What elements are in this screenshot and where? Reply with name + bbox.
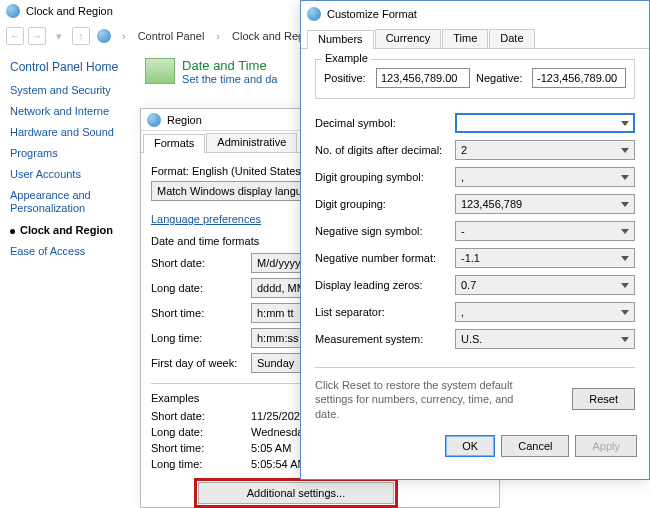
negative-format-label: Negative number format:	[315, 252, 455, 264]
short-time-label: Short time:	[151, 307, 251, 319]
additional-settings-button[interactable]: Additional settings...	[198, 482, 394, 504]
first-day-label: First day of week:	[151, 357, 251, 369]
short-date-label: Short date:	[151, 257, 251, 269]
reset-description: Click Reset to restore the system defaul…	[315, 378, 535, 421]
calendar-icon	[145, 58, 175, 84]
measurement-system-combo[interactable]: U.S.	[455, 329, 635, 349]
ex-short-date-value: 11/25/2020	[251, 410, 306, 422]
negative-format-combo[interactable]: -1.1	[455, 248, 635, 268]
long-time-label: Long time:	[151, 332, 251, 344]
ok-button[interactable]: OK	[445, 435, 495, 457]
back-icon[interactable]: ←	[6, 27, 24, 45]
long-date-label: Long date:	[151, 282, 251, 294]
negative-label: Negative:	[476, 72, 526, 84]
negative-sign-label: Negative sign symbol:	[315, 225, 455, 237]
sidebar: Control Panel Home System and Security N…	[0, 50, 125, 266]
positive-value: 123,456,789.00	[376, 68, 470, 88]
apply-button[interactable]: Apply	[575, 435, 637, 457]
ex-long-time-value: 5:05:54 AM	[251, 458, 307, 470]
sidebar-link-system[interactable]: System and Security	[10, 84, 125, 96]
tab-date[interactable]: Date	[489, 29, 534, 48]
sidebar-link-programs[interactable]: Programs	[10, 147, 125, 159]
tabs: Numbers Currency Time Date	[301, 27, 649, 49]
ex-long-time-label: Long time:	[151, 458, 251, 470]
dialog-title: Customize Format	[327, 8, 417, 20]
digits-after-decimal-label: No. of digits after decimal:	[315, 144, 455, 156]
globe-icon	[307, 7, 321, 21]
sidebar-link-network[interactable]: Network and Interne	[10, 105, 125, 117]
tab-time[interactable]: Time	[442, 29, 488, 48]
digit-grouping-label: Digit grouping:	[315, 198, 455, 210]
leading-zeros-label: Display leading zeros:	[315, 279, 455, 291]
measurement-system-label: Measurement system:	[315, 333, 455, 345]
sidebar-link-hardware[interactable]: Hardware and Sound	[10, 126, 125, 138]
example-legend: Example	[322, 52, 371, 64]
list-separator-combo[interactable]: ,	[455, 302, 635, 322]
sidebar-link-user-accounts[interactable]: User Accounts	[10, 168, 125, 180]
decimal-symbol-label: Decimal symbol:	[315, 117, 455, 129]
language-preferences-link[interactable]: Language preferences	[151, 213, 261, 225]
globe-icon	[147, 113, 161, 127]
ex-short-date-label: Short date:	[151, 410, 251, 422]
ex-long-date-label: Long date:	[151, 426, 251, 438]
dropdown-history-icon[interactable]: ▾	[50, 27, 68, 45]
sidebar-heading: Control Panel Home	[10, 60, 125, 74]
breadcrumb-item[interactable]: Control Panel	[134, 30, 209, 42]
sidebar-link-appearance[interactable]: Appearance and Personalization	[10, 189, 125, 215]
decimal-symbol-combo[interactable]	[455, 113, 635, 133]
negative-sign-combo[interactable]: -	[455, 221, 635, 241]
window-title: Clock and Region	[26, 5, 113, 17]
list-separator-label: List separator:	[315, 306, 455, 318]
tab-formats[interactable]: Formats	[143, 134, 205, 153]
chevron-right-icon: ›	[118, 30, 130, 42]
positive-label: Positive:	[324, 72, 370, 84]
globe-icon	[6, 4, 20, 18]
sidebar-link-clock-region[interactable]: Clock and Region	[10, 224, 125, 236]
forward-icon[interactable]: →	[28, 27, 46, 45]
digits-after-decimal-combo[interactable]: 2	[455, 140, 635, 160]
dialog-title: Region	[167, 114, 202, 126]
globe-icon	[97, 29, 111, 43]
reset-button[interactable]: Reset	[572, 388, 635, 410]
ex-short-time-value: 5:05 AM	[251, 442, 291, 454]
ex-short-time-label: Short time:	[151, 442, 251, 454]
negative-value: -123,456,789.00	[532, 68, 626, 88]
settings-list: Decimal symbol: No. of digits after deci…	[315, 113, 635, 349]
up-icon[interactable]: ↑	[72, 27, 90, 45]
sidebar-link-ease-of-access[interactable]: Ease of Access	[10, 245, 125, 257]
section-link[interactable]: Set the time and da	[182, 73, 277, 85]
leading-zeros-combo[interactable]: 0.7	[455, 275, 635, 295]
example-group: Example Positive: 123,456,789.00 Negativ…	[315, 59, 635, 99]
digit-grouping-symbol-label: Digit grouping symbol:	[315, 171, 455, 183]
digit-grouping-combo[interactable]: 123,456,789	[455, 194, 635, 214]
titlebar: Customize Format	[301, 1, 649, 27]
tab-currency[interactable]: Currency	[375, 29, 442, 48]
section-title[interactable]: Date and Time	[182, 58, 277, 73]
cancel-button[interactable]: Cancel	[501, 435, 569, 457]
chevron-right-icon: ›	[212, 30, 224, 42]
tab-numbers[interactable]: Numbers	[307, 30, 374, 49]
bullet-icon	[10, 229, 15, 234]
tab-administrative[interactable]: Administrative	[206, 133, 297, 152]
customize-format-dialog: Customize Format Numbers Currency Time D…	[300, 0, 650, 480]
digit-grouping-symbol-combo[interactable]: ,	[455, 167, 635, 187]
